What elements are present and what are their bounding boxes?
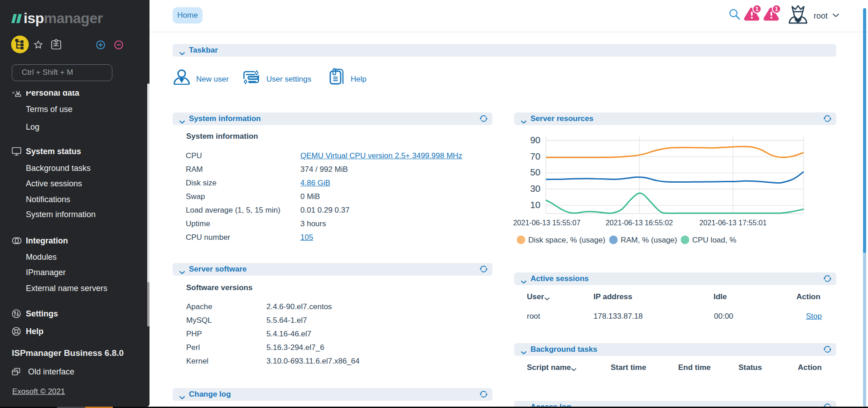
svg-text:2021-06-13 15:55:07: 2021-06-13 15:55:07	[513, 219, 581, 227]
svg-text:1: 1	[755, 5, 759, 12]
svg-text:2021-06-13 16:55:02: 2021-06-13 16:55:02	[606, 219, 673, 227]
svg-text:70: 70	[530, 151, 540, 161]
svg-text:10: 10	[530, 199, 540, 210]
svg-text:Disk space, % (usage): Disk space, % (usage)	[528, 236, 605, 244]
svg-text:50: 50	[530, 167, 540, 177]
svg-text:30: 30	[530, 183, 540, 194]
svg-text:2021-06-13 17:55:01: 2021-06-13 17:55:01	[699, 219, 767, 227]
svg-text:RAM, % (usage): RAM, % (usage)	[621, 236, 677, 244]
svg-text:1: 1	[775, 5, 778, 12]
svg-text:CPU load, %: CPU load, %	[692, 236, 736, 244]
svg-text:90: 90	[530, 135, 540, 145]
